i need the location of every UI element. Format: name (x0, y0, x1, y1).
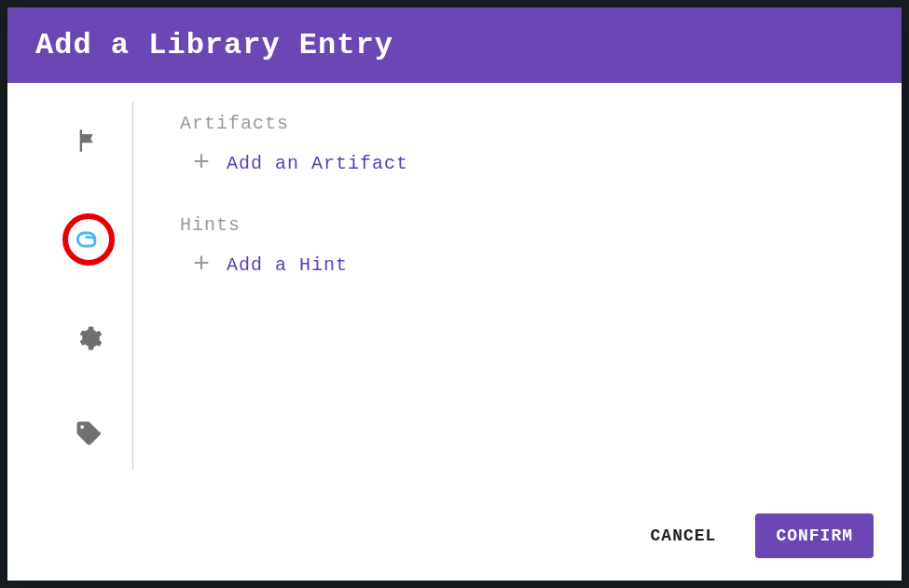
plus-icon: + (193, 251, 210, 279)
modal-header: Add a Library Entry (7, 7, 902, 83)
add-hint-row[interactable]: + Add a Hint (180, 251, 902, 279)
tag-icon (75, 419, 103, 447)
gear-icon (75, 324, 103, 352)
sidebar-item-tag[interactable] (66, 411, 111, 456)
add-hint-label: Add a Hint (227, 254, 348, 276)
confirm-button[interactable]: CONFIRM (755, 513, 874, 558)
add-artifact-row[interactable]: + Add an Artifact (180, 149, 902, 177)
sidebar-item-settings[interactable] (66, 316, 111, 361)
sidebar-item-attachment[interactable] (62, 213, 115, 266)
hints-section: Hints + Add a Hint (180, 214, 902, 279)
hints-title: Hints (180, 214, 902, 236)
attachment-icon (76, 230, 102, 249)
sidebar (45, 102, 133, 470)
library-entry-modal: Add a Library Entry (7, 7, 902, 581)
plus-icon: + (193, 149, 210, 177)
flag-icon (76, 128, 102, 154)
artifacts-section: Artifacts + Add an Artifact (180, 113, 902, 177)
modal-title: Add a Library Entry (35, 28, 393, 62)
cancel-button[interactable]: CANCEL (630, 513, 737, 558)
artifacts-title: Artifacts (180, 113, 902, 134)
modal-footer: CANCEL CONFIRM (7, 497, 902, 581)
modal-body: Artifacts + Add an Artifact Hints + Add … (7, 83, 902, 497)
sidebar-item-flag[interactable] (66, 118, 111, 163)
content-area: Artifacts + Add an Artifact Hints + Add … (133, 102, 902, 497)
add-artifact-label: Add an Artifact (227, 153, 408, 174)
